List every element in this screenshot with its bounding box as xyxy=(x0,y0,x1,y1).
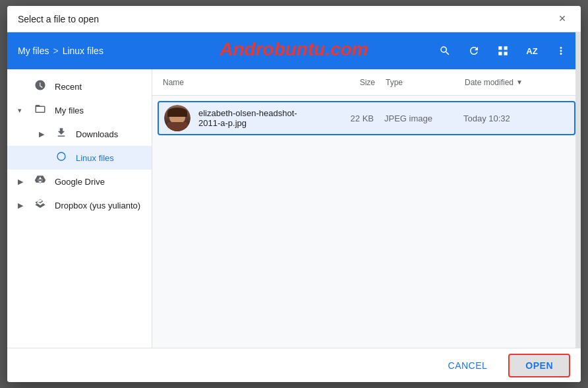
breadcrumb-current: Linux files xyxy=(63,46,103,56)
col-date-label: Date modified xyxy=(465,78,514,87)
more-options-icon[interactable] xyxy=(552,42,570,60)
sidebar-label-dropbox: Dropbox (yus yulianto) xyxy=(55,201,141,210)
recent-icon xyxy=(34,79,47,94)
breadcrumb-root[interactable]: My files xyxy=(18,46,49,56)
table-row[interactable]: elizabeth-olsen-headshot-2011-a-p.jpg 22… xyxy=(158,101,575,135)
close-button[interactable]: × xyxy=(554,11,570,27)
file-list-header: Name Size Type Date modified ▼ xyxy=(152,69,581,96)
sidebar-item-dropbox[interactable]: ▶ Dropbox (yus yulianto) xyxy=(7,193,152,217)
open-button[interactable]: OPEN xyxy=(508,354,570,377)
my-files-icon xyxy=(34,103,47,117)
sidebar-label-linux-files: Linux files xyxy=(76,153,141,163)
sidebar-label-my-files: My files xyxy=(55,106,141,115)
breadcrumb: My files > Linux files xyxy=(18,46,430,56)
toolbar: My files > Linux files AZ xyxy=(7,32,581,69)
downloads-icon xyxy=(55,127,68,141)
dropbox-icon xyxy=(34,198,47,212)
cancel-button[interactable]: CANCEL xyxy=(432,355,504,376)
sidebar-item-recent[interactable]: Recent xyxy=(7,75,152,98)
sidebar-item-google-drive[interactable]: ▶ Google Drive xyxy=(7,170,152,193)
col-header-date[interactable]: Date modified ▼ xyxy=(465,78,570,87)
file-area: Name Size Type Date modified ▼ xyxy=(152,69,581,348)
col-header-name[interactable]: Name xyxy=(163,78,320,87)
dialog-title: Select a file to open xyxy=(18,14,99,24)
refresh-icon[interactable] xyxy=(465,42,483,60)
search-icon[interactable] xyxy=(436,42,454,60)
svg-point-0 xyxy=(57,152,65,160)
expand-icon-dropbox: ▶ xyxy=(18,201,26,210)
sidebar-item-downloads[interactable]: ▶ Downloads xyxy=(7,122,152,146)
sidebar-item-my-files[interactable]: ▾ My files xyxy=(7,98,152,122)
bottom-bar: CANCEL OPEN xyxy=(7,348,581,382)
file-type: JPEG image xyxy=(384,113,463,123)
sidebar-label-google-drive: Google Drive xyxy=(55,177,141,187)
sort-direction-icon: ▼ xyxy=(516,79,523,86)
expand-icon-google-drive: ▶ xyxy=(18,178,26,186)
file-name: elizabeth-olsen-headshot-2011-a-p.jpg xyxy=(198,108,318,128)
sidebar-label-recent: Recent xyxy=(55,82,141,92)
google-drive-icon xyxy=(34,174,47,189)
file-date: Today 10:32 xyxy=(463,113,569,123)
expand-icon-downloads: ▶ xyxy=(39,130,47,139)
linux-files-icon xyxy=(55,151,68,164)
breadcrumb-separator: > xyxy=(53,46,58,56)
sidebar: Recent ▾ My files ▶ Downloads xyxy=(7,69,152,348)
expand-icon-my-files: ▾ xyxy=(18,106,26,115)
scroll-indicator xyxy=(575,69,581,348)
file-size: 22 KB xyxy=(318,113,384,123)
col-header-size[interactable]: Size xyxy=(320,78,386,87)
file-list: elizabeth-olsen-headshot-2011-a-p.jpg 22… xyxy=(152,96,581,348)
grid-view-icon[interactable] xyxy=(494,42,512,60)
sidebar-label-downloads: Downloads xyxy=(76,129,141,139)
file-thumbnail xyxy=(164,105,191,131)
file-dialog: Select a file to open × My files > Linux… xyxy=(7,6,581,382)
main-content: Recent ▾ My files ▶ Downloads xyxy=(7,69,581,348)
title-bar: Select a file to open × xyxy=(7,6,581,32)
col-header-type[interactable]: Type xyxy=(386,78,465,87)
toolbar-icons: AZ xyxy=(436,42,570,60)
sort-az-icon[interactable]: AZ xyxy=(523,42,541,60)
sidebar-item-linux-files[interactable]: Linux files xyxy=(7,146,152,170)
